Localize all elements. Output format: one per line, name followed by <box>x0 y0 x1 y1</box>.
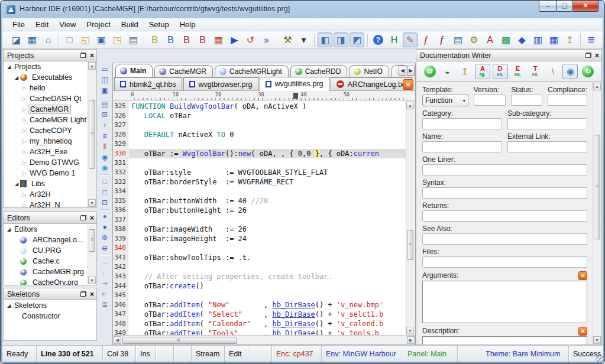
close-panel-icon[interactable]: × <box>90 52 94 59</box>
tree-item-ar32h-exe[interactable]: ▷Ar32H_Exe <box>4 147 96 157</box>
doc-load-icon[interactable]: ◒ <box>439 64 455 79</box>
file-tab-wvgtbrowser-prg[interactable]: wvgtbrowser.prg <box>183 77 258 90</box>
text-input[interactable] <box>507 141 587 152</box>
expand-arrow-icon[interactable]: ▷ <box>21 149 28 155</box>
text-input[interactable] <box>422 164 587 176</box>
collapse-arrow-icon[interactable]: ◢ <box>5 227 12 232</box>
zoom-in-icon[interactable]: ⊕ <box>99 232 111 243</box>
find-flashlight-icon[interactable]: ◆ <box>515 32 529 47</box>
pane-bottom-icon[interactable]: ⊟ <box>99 197 111 208</box>
text-input[interactable] <box>422 187 587 199</box>
tools-dropdown-icon[interactable]: ▾ <box>296 32 311 47</box>
show-desktop-icon[interactable]: ▦ <box>25 32 40 47</box>
collapse-arrow-icon[interactable]: ◢ <box>5 303 12 308</box>
expand-arrow-icon[interactable]: ▷ <box>21 138 28 144</box>
project-tab-cacherdd[interactable]: CacheRDD <box>290 65 348 77</box>
build-launch-icon[interactable]: ▶ <box>227 32 242 47</box>
template-select[interactable]: Function▾ <box>422 95 468 106</box>
function-list-icon[interactable]: ƒ <box>419 32 433 47</box>
editor-item-cu-prg[interactable]: CU.PRG <box>4 245 96 256</box>
text-input[interactable] <box>422 256 587 268</box>
scroll-right-icon[interactable]: ▶ <box>407 336 415 344</box>
file-tab-archangelog-txt[interactable]: ARChangeLog.txt <box>331 77 412 90</box>
skeletons-root[interactable]: ◢Skeletons <box>4 300 96 311</box>
layout-1-icon[interactable]: ◧ <box>318 32 332 47</box>
close-tab-button[interactable]: ✕ <box>403 79 413 90</box>
rebuild-icon[interactable]: ↺ <box>243 32 258 47</box>
rebuild-launch-icon[interactable]: » <box>259 32 274 47</box>
build-icon[interactable]: ▦ <box>211 32 226 47</box>
text-input[interactable] <box>422 141 502 152</box>
tree-item-cachecopy[interactable]: ▷CacheCOPY <box>4 125 96 136</box>
scroll-up-icon[interactable]: ▲ <box>593 83 601 90</box>
editor-item-cachemgr-prg[interactable]: CacheMGR.prg <box>4 266 96 277</box>
scroll-down-icon[interactable]: ▼ <box>88 199 96 207</box>
scroll-left-icon[interactable]: ◀ <box>114 336 121 344</box>
browse-table-icon[interactable]: ◉ <box>99 162 111 173</box>
textarea-input[interactable] <box>422 281 587 323</box>
scrollbar-thumb[interactable] <box>89 229 95 252</box>
tree-item-executables[interactable]: ◢Executables <box>4 72 96 83</box>
compile-ppo-icon[interactable]: B <box>179 32 194 47</box>
text-input[interactable] <box>422 233 587 245</box>
projects-scrollbar[interactable]: ▲▼ <box>88 62 96 207</box>
doc-panel-scrollbar[interactable]: ▲ ▼ <box>593 82 601 344</box>
menu-item-edit[interactable]: Edit <box>30 19 54 30</box>
zoom-out-icon[interactable]: ⊖ <box>99 243 111 254</box>
clear-field-button[interactable]: ✕ <box>578 327 587 336</box>
editor-item-archangelo-[interactable]: ARChangeLo... <box>4 235 96 245</box>
tools-icon[interactable]: ⚒ <box>280 32 295 47</box>
tree-item-cachemgr[interactable]: ▷CacheMGR <box>4 104 96 115</box>
function-tag-icon[interactable]: ƒ <box>435 32 449 47</box>
doc-page-icon[interactable]: ≣ <box>99 299 111 310</box>
scroll-down-icon[interactable]: ▼ <box>406 327 414 334</box>
doc-description-icon[interactable]: Des. <box>493 64 508 79</box>
expand-arrow-icon[interactable]: ▷ <box>21 96 28 102</box>
doc-info-icon[interactable]: ◉ <box>562 64 578 79</box>
pane-top-icon[interactable]: □ <box>99 187 111 197</box>
view-single-icon[interactable]: ▭ <box>99 64 111 74</box>
tree-item-demo-gtwvg[interactable]: ▷Demo GTWVG <box>4 157 96 168</box>
browse-db-icon[interactable]: ◉ <box>99 152 111 162</box>
project-tab-main[interactable]: Main <box>115 64 153 77</box>
properties-icon[interactable]: ▤ <box>451 32 465 47</box>
expand-arrow-icon[interactable]: ▷ <box>21 202 28 208</box>
print-icon[interactable]: ▤ <box>126 32 141 47</box>
text-input[interactable] <box>474 95 506 106</box>
editors-scrollbar[interactable]: ▼ <box>88 225 96 284</box>
file-tab-wvgutilities-prg[interactable]: wvgutilities.prg <box>260 77 329 91</box>
close-button[interactable]: ✕ <box>572 1 598 12</box>
menu-item-setup[interactable]: Setup <box>144 19 174 30</box>
editor-vertical-scrollbar[interactable]: ▲ ▼ <box>406 101 415 335</box>
float-panel-icon[interactable] <box>585 53 591 58</box>
tab-scroll-right-icon[interactable]: ▶ <box>407 66 415 76</box>
harbour-help-icon[interactable]: H <box>387 32 402 47</box>
collapse-arrow-icon[interactable]: ◢ <box>5 64 12 70</box>
nav-last-icon[interactable]: ⇥ <box>99 278 111 288</box>
view-split-icon[interactable]: ◫ <box>99 74 111 85</box>
text-input[interactable] <box>422 210 587 222</box>
doc-next-icon[interactable]: ↻ <box>580 64 596 79</box>
text-input[interactable] <box>548 95 587 106</box>
split-horizontal-icon[interactable]: ≡ <box>99 131 111 141</box>
float-panel-icon[interactable] <box>80 291 86 297</box>
scrollbar-thumb[interactable] <box>594 135 600 240</box>
menu-item-build[interactable]: Build <box>116 19 144 30</box>
expand-arrow-icon[interactable]: ▷ <box>21 117 28 123</box>
tree-item-projects[interactable]: ◢Projects <box>4 61 96 72</box>
nav-first-icon[interactable]: ⇤ <box>99 288 111 299</box>
docview-icon[interactable]: ▥ <box>530 32 545 47</box>
doc-examples-icon[interactable]: Exa. <box>510 64 525 79</box>
scroll-down-icon[interactable]: ▼ <box>88 277 96 284</box>
save-layout-icon[interactable]: ▣ <box>99 85 111 96</box>
minimize-button[interactable]: – <box>539 1 557 12</box>
maximize-button[interactable]: ▢ <box>556 1 573 12</box>
tab-scroll-left-icon[interactable]: ◀ <box>399 66 406 76</box>
editor-horizontal-scrollbar[interactable]: ◀ ▶ <box>113 335 415 344</box>
menu-item-project[interactable]: Project <box>81 19 115 30</box>
expand-arrow-icon[interactable]: ▷ <box>21 85 28 91</box>
changelog-icon[interactable]: A <box>483 32 497 47</box>
tree-item-cachemgr-light[interactable]: ▷CacheMGR Light <box>4 115 96 125</box>
tree-item-ar32h-n[interactable]: ▷Ar32H_N <box>4 200 96 208</box>
text-input[interactable] <box>511 95 542 106</box>
